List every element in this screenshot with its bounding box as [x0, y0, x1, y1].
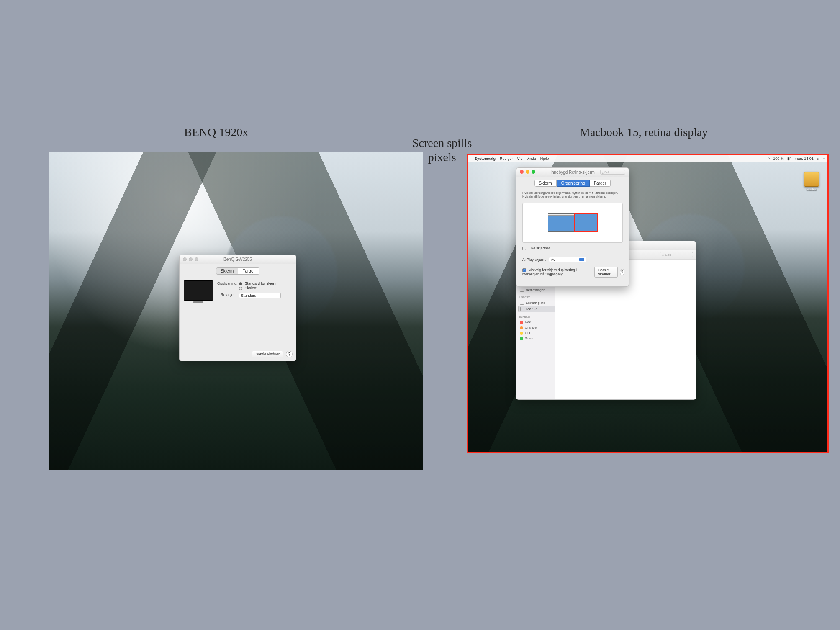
airplay-select[interactable]: Av ⌄ [549, 257, 586, 262]
menu-edit[interactable]: Rediger [500, 157, 513, 161]
radio-icon [239, 287, 242, 290]
downloads-icon [520, 288, 524, 292]
volume-label: Marius [807, 188, 817, 191]
battery-text[interactable]: 100 % [773, 157, 784, 161]
arrangement-hint: Hvis du vil reorganisere skjermene, flyt… [516, 190, 629, 201]
volume-icon [804, 172, 819, 187]
checkbox-icon [522, 247, 526, 250]
zoom-icon[interactable] [195, 257, 198, 261]
label-spill-l2: pixels [428, 151, 456, 164]
sidebar-item-label: Nedlastinger [526, 288, 545, 292]
external-disk-icon [520, 301, 524, 305]
sidebar-item-label: Gul [525, 331, 530, 335]
show-mirroring-checkbox[interactable]: Vis valg for skjermduplisering i menylin… [522, 268, 594, 276]
search-icon [662, 252, 664, 257]
mirror-displays-checkbox[interactable]: Like skjermer [516, 245, 629, 254]
label-benq: BENQ 1920x [184, 126, 248, 139]
sidebar-item-label: Ekstern plate [526, 301, 545, 305]
menu-help[interactable]: Hjelp [540, 157, 549, 161]
finder-search-input[interactable]: Søk [660, 252, 693, 257]
checkbox-icon [522, 268, 526, 272]
prefs-tabs: Skjerm Organisering Farger [516, 180, 629, 187]
macos-menubar[interactable]: Systemvalg Rediger Vis Vindu Hjelp ⌔ 100… [468, 155, 827, 162]
prefs-search-input[interactable]: Søk [600, 170, 625, 175]
sidebar-section-devices: Enheter [519, 295, 552, 299]
clock[interactable]: man. 13.01 [795, 157, 814, 161]
display-rect-external[interactable] [548, 213, 575, 232]
rotation-select[interactable]: Standard [239, 293, 281, 298]
tab-arrangement[interactable]: Organisering [557, 180, 590, 187]
label-spill-l1: Screen spills [412, 136, 472, 149]
minimize-icon[interactable] [526, 170, 529, 174]
disk-icon [520, 307, 524, 311]
help-button[interactable]: ? [620, 269, 624, 275]
sidebar-item-label: Rød [525, 320, 531, 324]
tag-icon [520, 332, 523, 335]
tab-color[interactable]: Farger [238, 267, 259, 275]
display-prefs-window-benq[interactable]: BenQ GW2255 Skjerm Farger Oppløsning: St… [179, 255, 296, 361]
label-macbook: Macbook 15, retina display [580, 126, 708, 139]
window-title: BenQ GW2255 [223, 257, 252, 262]
menubar-handle[interactable] [548, 214, 574, 216]
sidebar-item-label: Grønn [525, 337, 534, 340]
external-monitor-desktop: BenQ GW2255 Skjerm Farger Oppløsning: St… [49, 152, 423, 470]
wifi-icon[interactable]: ⌔ [768, 157, 770, 161]
close-icon[interactable] [520, 170, 524, 174]
sidebar-tag-yellow[interactable]: Gul [518, 330, 553, 336]
radio-label: Standard for skjerm [245, 281, 278, 285]
gather-windows-button[interactable]: Samle vinduer [252, 351, 283, 357]
tag-icon [520, 326, 523, 329]
arrangement-canvas[interactable] [522, 203, 623, 243]
sidebar-tag-red[interactable]: Rød [518, 319, 553, 325]
monitor-preview-icon [184, 280, 213, 301]
checkbox-label: Like skjermer [529, 246, 550, 250]
macbook-desktop: Systemvalg Rediger Vis Vindu Hjelp ⌔ 100… [467, 154, 829, 453]
tab-display[interactable]: Skjerm [216, 267, 238, 275]
traffic-lights [183, 257, 198, 261]
airplay-label: AirPlay-skjerm: [522, 257, 546, 262]
sidebar-tag-green[interactable]: Grønn [518, 336, 553, 341]
resolution-label: Oppløsning: [217, 281, 236, 285]
checkbox-label: Vis valg for skjermduplisering i menylin… [522, 268, 577, 276]
close-icon[interactable] [183, 257, 187, 261]
chevron-updown-icon: ⌄ [579, 258, 584, 261]
window-titlebar[interactable]: BenQ GW2255 [180, 255, 296, 264]
tab-color[interactable]: Farger [590, 180, 611, 187]
radio-icon [239, 282, 242, 285]
spotlight-icon[interactable] [817, 156, 819, 161]
help-button[interactable]: ? [286, 351, 293, 357]
desktop-volume-icon[interactable]: Marius [804, 172, 819, 191]
sidebar-section-tags: Etiketter [519, 315, 552, 319]
prefs-tabs: Skjerm Farger [180, 267, 296, 275]
traffic-lights [520, 170, 535, 174]
notification-center-icon[interactable]: ≡ [823, 157, 825, 161]
sidebar-item-label: Marius [526, 307, 537, 311]
battery-icon[interactable]: ▮▯ [787, 157, 791, 161]
sidebar-item-label: Oransje [525, 326, 537, 329]
search-placeholder: Søk [665, 253, 671, 257]
tab-display[interactable]: Skjerm [534, 180, 557, 187]
select-value: Av [551, 257, 555, 262]
menu-view[interactable]: Vis [517, 157, 522, 161]
sidebar-item-downloads[interactable]: Nedlastinger [518, 287, 553, 293]
tag-icon [520, 321, 523, 324]
radio-label: Skalert [245, 286, 257, 290]
radio-default-for-display[interactable]: Standard for skjerm [239, 281, 277, 285]
sidebar-item-userdisk[interactable]: Marius [518, 306, 555, 312]
tag-icon [520, 337, 523, 340]
menubar-app-name[interactable]: Systemvalg [475, 157, 496, 161]
minimize-icon[interactable] [189, 257, 193, 261]
sidebar-tag-orange[interactable]: Oransje [518, 325, 553, 330]
zoom-icon[interactable] [532, 170, 535, 174]
display-rect-builtin[interactable] [574, 213, 598, 232]
display-prefs-window-retina[interactable]: Innebygd Retina-skjerm Søk Skjerm Organi… [516, 167, 629, 287]
gather-windows-button[interactable]: Samle vinduer [594, 267, 618, 278]
radio-scaled[interactable]: Skalert [239, 286, 277, 290]
menu-window[interactable]: Vindu [527, 157, 536, 161]
window-titlebar[interactable]: Innebygd Retina-skjerm Søk [516, 168, 629, 177]
search-placeholder: Søk [604, 171, 609, 174]
rotation-label: Rotasjon: [217, 293, 236, 297]
sidebar-item-external[interactable]: Ekstern plate [518, 300, 553, 306]
